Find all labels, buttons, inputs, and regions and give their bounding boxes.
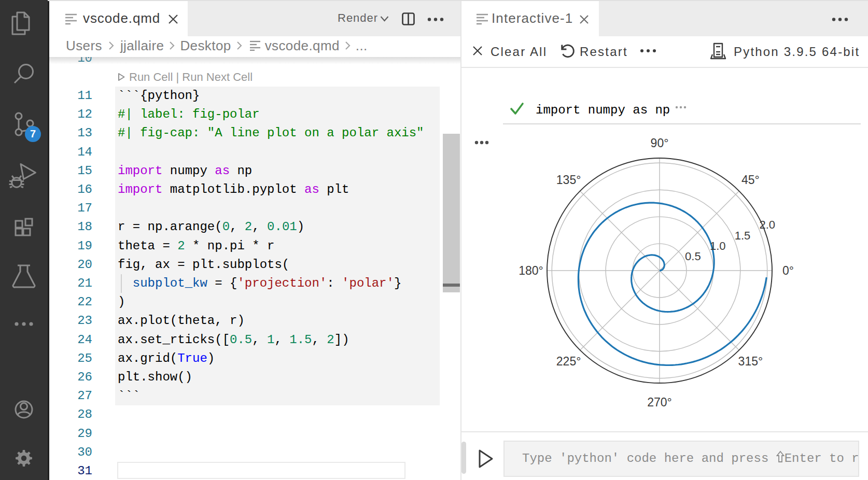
svg-text:90°: 90° — [651, 136, 669, 150]
svg-text:1.5: 1.5 — [735, 229, 751, 242]
svg-text:180°: 180° — [519, 264, 543, 277]
svg-text:2.0: 2.0 — [760, 218, 776, 231]
svg-text:1.0: 1.0 — [710, 239, 726, 252]
svg-text:45°: 45° — [741, 173, 760, 187]
svg-text:315°: 315° — [738, 355, 763, 368]
svg-text:270°: 270° — [647, 396, 672, 409]
svg-text:225°: 225° — [556, 355, 581, 368]
svg-text:135°: 135° — [556, 173, 581, 187]
svg-text:0°: 0° — [782, 264, 794, 277]
svg-text:0.5: 0.5 — [685, 250, 701, 263]
